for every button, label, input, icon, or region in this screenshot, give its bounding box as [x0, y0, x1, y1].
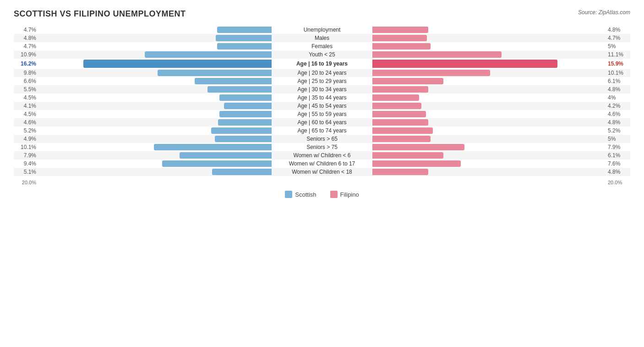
bar-blue: [211, 127, 272, 134]
table-row: 6.6% Age | 25 to 29 years 6.1%: [14, 77, 630, 85]
bar-blue: [154, 144, 272, 150]
table-row: 4.6% Age | 60 to 64 years 4.8%: [14, 118, 630, 127]
bar-pink: [372, 160, 461, 167]
axis-label-left: 20.0%: [14, 180, 39, 185]
left-value: 5.5%: [14, 86, 39, 93]
bar-label: Seniors > 75: [272, 144, 372, 150]
bar-pink: [372, 43, 431, 50]
bar-left-wrap: [39, 78, 272, 84]
bar-right-wrap: [372, 127, 605, 134]
right-value: 6.1%: [605, 78, 630, 84]
right-value: 4.6%: [605, 111, 630, 117]
bar-label: Age | 25 to 29 years: [272, 78, 372, 84]
bar-blue: [224, 103, 272, 109]
bar-pink: [372, 111, 426, 117]
table-row: 5.1% Women w/ Children < 18 4.8%: [14, 168, 630, 176]
table-row: 4.1% Age | 45 to 54 years 4.2%: [14, 102, 630, 110]
right-value: 7.9%: [605, 144, 630, 150]
right-value: 5%: [605, 136, 630, 142]
left-value: 4.7%: [14, 27, 39, 33]
bar-left-wrap: [39, 70, 272, 76]
bar-label: Women w/ Children < 18: [272, 169, 372, 175]
right-value: 4.8%: [605, 86, 630, 93]
bar-pink: [372, 94, 419, 101]
chart-source: Source: ZipAtlas.com: [578, 9, 630, 16]
bar-label: Women w/ Children < 6: [272, 152, 372, 159]
right-value: 5.2%: [605, 127, 630, 134]
bar-left-wrap: [39, 152, 272, 159]
bar-pink: [372, 103, 421, 109]
bar-blue: [219, 111, 272, 117]
left-value: 4.9%: [14, 136, 39, 142]
bar-right-wrap: [372, 169, 605, 175]
bar-label: Females: [272, 43, 372, 50]
bar-right-wrap: [372, 119, 605, 126]
bar-pink: [372, 136, 431, 142]
left-value: 7.9%: [14, 152, 39, 159]
table-row: 9.4% Women w/ Children 6 to 17 7.6%: [14, 160, 630, 168]
right-value: 4.2%: [605, 103, 630, 109]
bar-label: Age | 55 to 59 years: [272, 111, 372, 117]
bar-left-wrap: [39, 119, 272, 126]
bar-label: Age | 20 to 24 years: [272, 70, 372, 76]
bar-label: Youth < 25: [272, 51, 372, 58]
bar-left-wrap: [39, 144, 272, 150]
bar-pink: [372, 169, 428, 175]
bar-left-wrap: [39, 51, 272, 58]
left-value: 5.1%: [14, 169, 39, 175]
table-row: 4.7% Unemployment 4.8%: [14, 26, 630, 34]
bar-left-wrap: [39, 27, 272, 33]
left-value: 5.2%: [14, 127, 39, 134]
bar-label: Age | 45 to 54 years: [272, 103, 372, 109]
bar-pink: [372, 27, 428, 33]
left-value: 6.6%: [14, 78, 39, 84]
legend-item-filipino: Filipino: [330, 191, 359, 198]
axis-label-right: 20.0%: [605, 180, 630, 185]
table-row: 16.2% Age | 16 to 19 years 15.9%: [14, 59, 630, 69]
bar-right-wrap: [372, 43, 605, 50]
bar-left-wrap: [39, 103, 272, 109]
bar-left-wrap: [39, 43, 272, 50]
bar-label: Age | 35 to 44 years: [272, 94, 372, 101]
bar-left-wrap: [39, 35, 272, 41]
table-row: 9.8% Age | 20 to 24 years 10.1%: [14, 69, 630, 77]
right-value: 5%: [605, 43, 630, 50]
bar-left-wrap: [39, 169, 272, 175]
bar-pink: [372, 51, 502, 58]
left-value: 4.6%: [14, 119, 39, 126]
left-value: 9.4%: [14, 160, 39, 167]
bar-left-wrap: [39, 136, 272, 142]
bar-right-wrap: [372, 86, 605, 93]
bar-right-wrap: [372, 70, 605, 76]
bar-blue: [216, 35, 272, 41]
chart-area: 4.7% Unemployment 4.8% 4.8% Males: [14, 26, 630, 176]
bar-blue: [195, 78, 272, 84]
bar-right-wrap: [372, 152, 605, 159]
bar-pink: [372, 119, 428, 126]
table-row: 4.5% Age | 35 to 44 years 4%: [14, 94, 630, 102]
right-value: 7.6%: [605, 160, 630, 167]
table-row: 4.9% Seniors > 65 5%: [14, 135, 630, 143]
bar-label: Seniors > 65: [272, 136, 372, 142]
bar-left-wrap: [39, 111, 272, 117]
bar-left-wrap: [39, 94, 272, 101]
bar-pink: [372, 86, 428, 93]
legend: Scottish Filipino: [14, 191, 630, 198]
right-value: 11.1%: [605, 51, 630, 58]
left-value: 10.9%: [14, 51, 39, 58]
bar-pink: [372, 127, 433, 134]
bar-pink: [372, 70, 490, 76]
legend-box-scottish: [285, 191, 292, 198]
right-value: 15.9%: [605, 61, 630, 67]
bar-label: Age | 65 to 74 years: [272, 127, 372, 134]
bar-blue: [162, 160, 272, 167]
table-row: 4.8% Males 4.7%: [14, 34, 630, 42]
table-row: 5.5% Age | 30 to 34 years 4.8%: [14, 85, 630, 94]
bar-blue: [180, 152, 272, 159]
bar-pink: [372, 144, 464, 150]
bar-left-wrap: [39, 60, 272, 68]
bar-left-wrap: [39, 86, 272, 93]
legend-label-scottish: Scottish: [295, 191, 316, 198]
left-value: 4.7%: [14, 43, 39, 50]
bar-blue: [215, 136, 272, 142]
